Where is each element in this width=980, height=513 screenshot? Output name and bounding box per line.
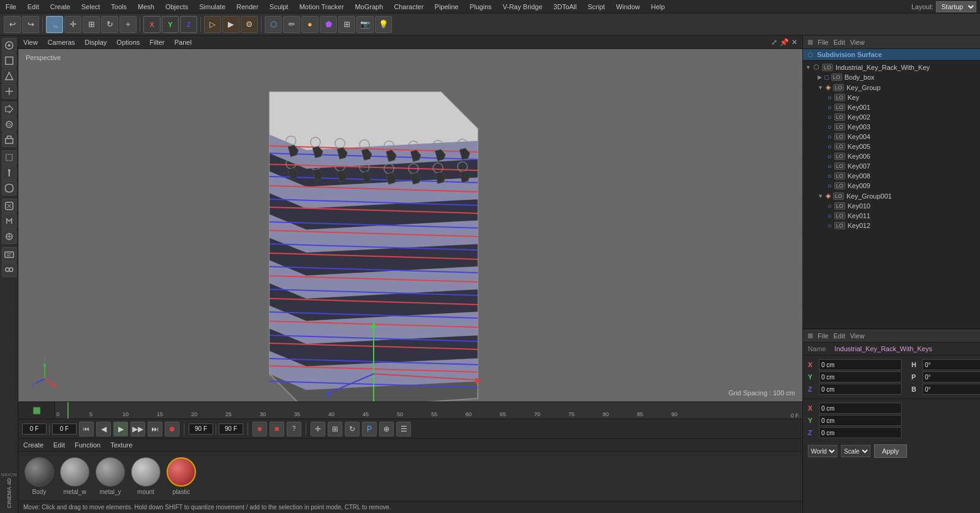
mat-menu-function[interactable]: Function (75, 441, 100, 449)
current-frame-input[interactable] (22, 424, 47, 435)
play-btn[interactable]: ▶ (113, 422, 128, 436)
left-btn-7[interactable] (2, 132, 17, 147)
menu-render[interactable]: Render (235, 3, 260, 10)
menu-edit[interactable]: Edit (26, 3, 41, 10)
record-btn[interactable]: ⏺ (165, 422, 179, 436)
menu-mesh[interactable]: Mesh (136, 3, 156, 10)
select-tool-button[interactable] (46, 16, 63, 33)
tree-item-key012[interactable]: ○ LO Key012 (803, 221, 980, 230)
left-btn-12[interactable] (2, 214, 17, 229)
material-swatch-metal-w[interactable]: metal_w (60, 457, 89, 495)
left-btn-9[interactable] (2, 165, 17, 180)
y-axis-button[interactable]: Y (162, 16, 179, 33)
start-frame-input[interactable] (52, 424, 77, 435)
deform-button[interactable]: ⬟ (320, 16, 337, 33)
material-swatch-mount[interactable]: mount (131, 457, 160, 495)
render-preview-button[interactable]: ▷ (204, 16, 221, 33)
menu-vray[interactable]: V-Ray Bridge (501, 3, 545, 10)
viewport-menu-options[interactable]: Options (116, 39, 140, 46)
tree-item-key003[interactable]: ○ LO Key003 (803, 122, 980, 132)
viewport-pin-icon[interactable]: 📌 (780, 38, 789, 47)
scale-y-input[interactable] (819, 415, 902, 426)
tree-item-key[interactable]: ○ LO Key (803, 93, 980, 102)
material-swatch-body[interactable]: Body (24, 457, 54, 495)
tree-item-key004[interactable]: ○ LO Key004 (803, 132, 980, 142)
left-btn-14[interactable] (2, 247, 17, 262)
mat-menu-edit[interactable]: Edit (53, 441, 65, 449)
left-btn-13[interactable] (2, 229, 17, 244)
left-btn-3[interactable] (2, 69, 17, 83)
viewport-close-icon[interactable]: ✕ (791, 38, 797, 47)
tree-arrow-bb[interactable]: ▶ (818, 74, 822, 80)
props-drag-handle[interactable] (808, 333, 813, 338)
menu-tools[interactable]: Tools (109, 3, 129, 10)
viewport-menu-filter[interactable]: Filter (149, 39, 164, 46)
tree-item-key-group[interactable]: ▼ ◈ LO Key_Group (803, 82, 980, 93)
x-position-input[interactable] (819, 359, 902, 370)
playback-mode-1[interactable]: ⏺ (252, 422, 267, 436)
sphere-button[interactable]: ● (301, 16, 318, 33)
mat-menu-create[interactable]: Create (23, 441, 43, 449)
menu-simulate[interactable]: Simulate (197, 3, 227, 10)
timeline-ruler[interactable]: 0 5 10 15 20 25 30 35 40 45 50 55 60 65 … (55, 402, 802, 419)
transform-mode-6[interactable]: ☰ (396, 422, 411, 436)
tree-item-body-box[interactable]: ▶ □ LO Body_box (803, 72, 980, 82)
tree-item-key008[interactable]: ○ LO Key008 (803, 171, 980, 181)
transform-mode-2[interactable]: ⊞ (328, 422, 342, 436)
left-btn-1[interactable] (2, 38, 17, 53)
menu-3dtoall[interactable]: 3DToAll (552, 3, 579, 10)
scene-menu-view[interactable]: View (850, 39, 865, 46)
left-btn-6[interactable] (2, 117, 17, 132)
tree-arrow-ik[interactable]: ▼ (805, 64, 811, 70)
z-position-input[interactable] (819, 384, 902, 395)
y-position-input[interactable] (819, 371, 902, 382)
left-btn-15[interactable] (2, 262, 17, 277)
scale-tool-button[interactable]: ⊞ (83, 16, 100, 33)
pen-button[interactable]: ✏ (283, 16, 300, 33)
menu-help[interactable]: Help (649, 3, 667, 10)
left-btn-5[interactable] (2, 102, 17, 116)
panel-drag-handle[interactable] (808, 40, 813, 45)
render-settings-button[interactable]: ⚙ (241, 16, 258, 33)
scene-menu-edit[interactable]: Edit (834, 39, 845, 46)
material-swatch-metal-y[interactable]: metal_y (96, 457, 125, 495)
timeline[interactable]: 0 5 10 15 20 25 30 35 40 45 50 55 60 65 … (18, 401, 802, 419)
scale-x-input[interactable] (819, 403, 902, 414)
tree-item-key002[interactable]: ○ LO Key002 (803, 112, 980, 122)
viewport-maximize-icon[interactable]: ⤢ (771, 38, 777, 47)
tree-item-industrial-key-rack[interactable]: ▼ ⬡ LO Industrial_Key_Rack_With_Key (803, 62, 980, 72)
viewport-menu-view[interactable]: View (23, 39, 38, 46)
apply-button[interactable]: Apply (874, 444, 907, 458)
tree-item-key010[interactable]: ○ LO Key010 (803, 201, 980, 211)
tree-arrow-kg[interactable]: ▼ (818, 85, 823, 91)
tree-item-key001[interactable]: ○ LO Key001 (803, 102, 980, 112)
b-rotation-input[interactable] (922, 384, 980, 395)
menu-create[interactable]: Create (48, 3, 72, 10)
material-swatch-plastic[interactable]: plastic (167, 457, 196, 495)
transform-mode-3[interactable]: ↻ (345, 422, 360, 436)
h-rotation-input[interactable] (922, 359, 980, 370)
menu-objects[interactable]: Objects (164, 3, 190, 10)
viewport-menu-panel[interactable]: Panel (175, 39, 192, 46)
world-select[interactable]: World (808, 445, 837, 457)
transform-mode-5[interactable]: ⊕ (379, 422, 394, 436)
scale-select[interactable]: Scale (841, 445, 870, 457)
next-keyframe-btn[interactable]: ⏭ (148, 422, 162, 436)
menu-mograph[interactable]: MoGraph (353, 3, 385, 10)
x-axis-button[interactable]: X (143, 16, 160, 33)
next-frame-btn[interactable]: ▶▶ (130, 422, 145, 436)
left-btn-8[interactable] (2, 150, 17, 165)
tree-item-key006[interactable]: ○ LO Key006 (803, 151, 980, 161)
menu-motion-tracker[interactable]: Motion Tracker (298, 3, 346, 10)
tree-item-key011[interactable]: ○ LO Key011 (803, 211, 980, 221)
menu-script[interactable]: Script (586, 3, 607, 10)
left-btn-11[interactable] (2, 199, 17, 213)
scene-tree[interactable]: ▼ ⬡ LO Industrial_Key_Rack_With_Key ▶ □ … (803, 61, 980, 328)
redo-button[interactable]: ↪ (22, 16, 39, 33)
viewport-menu-display[interactable]: Display (85, 39, 107, 46)
rotate-tool-button[interactable]: ↻ (101, 16, 118, 33)
end-frame-input2[interactable] (219, 424, 243, 435)
mat-menu-texture[interactable]: Texture (110, 441, 132, 449)
z-axis-button[interactable]: Z (180, 16, 197, 33)
camera-button[interactable]: 📷 (356, 16, 374, 33)
